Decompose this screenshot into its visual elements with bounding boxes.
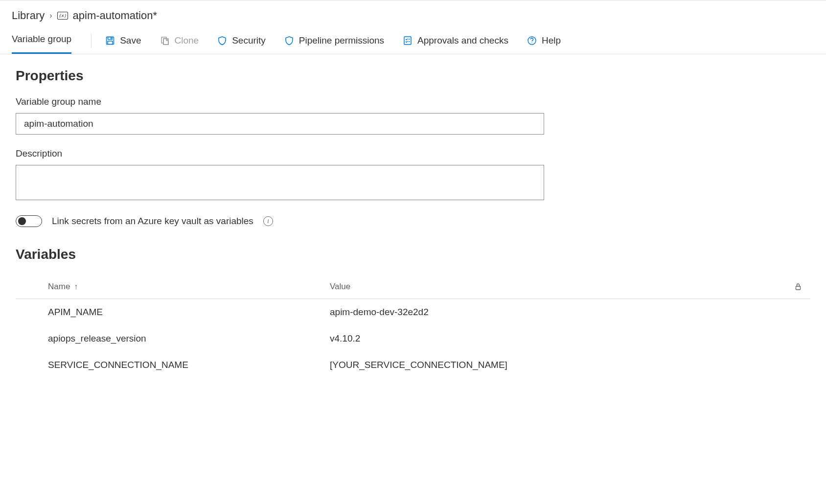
content: Properties Variable group name Descripti… — [0, 54, 826, 392]
cell-name[interactable]: SERVICE_CONNECTION_NAME — [16, 360, 281, 370]
clone-icon — [160, 36, 170, 46]
shield-icon — [217, 36, 227, 46]
column-name-label: Name — [48, 282, 70, 292]
breadcrumb-title: apim-automation* — [73, 9, 157, 22]
info-icon[interactable]: i — [263, 216, 273, 226]
name-input[interactable] — [16, 113, 544, 135]
cell-value[interactable]: v4.10.2 — [281, 333, 786, 344]
field-description: Description — [16, 148, 810, 202]
approvals-checks-label: Approvals and checks — [417, 35, 508, 46]
link-secrets-label: Link secrets from an Azure key vault as … — [52, 216, 253, 227]
save-label: Save — [120, 35, 141, 46]
breadcrumb: Library › apim-automation* — [0, 0, 826, 27]
help-button[interactable]: Help — [527, 35, 561, 46]
column-header-lock — [786, 283, 810, 291]
svg-point-9 — [531, 42, 532, 43]
approvals-checks-button[interactable]: Approvals and checks — [403, 35, 508, 46]
description-input[interactable] — [16, 165, 544, 200]
cell-name[interactable]: APIM_NAME — [16, 307, 281, 318]
toggle-knob — [18, 217, 26, 225]
column-header-value[interactable]: Value — [281, 282, 786, 292]
toolbar-separator — [91, 33, 92, 48]
security-button[interactable]: Security — [217, 35, 266, 46]
chevron-right-icon: › — [49, 11, 52, 20]
breadcrumb-root[interactable]: Library — [12, 9, 45, 22]
toolbar: Variable group Save Clone Security Pipel… — [0, 27, 826, 54]
cell-value[interactable]: apim-demo-dev-32e2d2 — [281, 307, 786, 318]
clone-label: Clone — [175, 35, 199, 46]
help-icon — [527, 36, 537, 46]
table-row[interactable]: APIM_NAMEapim-demo-dev-32e2d2 — [16, 299, 810, 325]
sort-ascending-icon: ↑ — [74, 282, 78, 291]
save-icon — [105, 36, 115, 46]
variables-heading: Variables — [16, 247, 810, 262]
field-name: Variable group name — [16, 96, 810, 135]
link-secrets-row: Link secrets from an Azure key vault as … — [16, 215, 810, 227]
lock-icon — [794, 283, 802, 291]
svg-rect-5 — [404, 37, 411, 45]
variables-table: Name ↑ Value APIM_NAMEapim-demo-dev-32e2… — [16, 275, 810, 378]
cell-value[interactable]: [YOUR_SERVICE_CONNECTION_NAME] — [281, 360, 786, 370]
security-label: Security — [232, 35, 266, 46]
table-header: Name ↑ Value — [16, 275, 810, 299]
table-row[interactable]: apiops_release_versionv4.10.2 — [16, 325, 810, 352]
svg-rect-1 — [108, 37, 113, 39]
svg-rect-10 — [796, 286, 801, 290]
svg-rect-3 — [108, 41, 113, 45]
svg-rect-2 — [111, 37, 112, 39]
column-value-label: Value — [330, 282, 350, 291]
variable-group-icon — [57, 12, 68, 20]
pipeline-permissions-label: Pipeline permissions — [299, 35, 384, 46]
tab-variable-group[interactable]: Variable group — [12, 27, 71, 54]
name-label: Variable group name — [16, 96, 810, 107]
table-row[interactable]: SERVICE_CONNECTION_NAME[YOUR_SERVICE_CON… — [16, 352, 810, 378]
save-button[interactable]: Save — [105, 35, 141, 46]
properties-heading: Properties — [16, 68, 810, 84]
checklist-icon — [403, 36, 413, 46]
shield-icon — [284, 36, 294, 46]
pipeline-permissions-button[interactable]: Pipeline permissions — [284, 35, 384, 46]
link-secrets-toggle[interactable] — [16, 215, 42, 227]
clone-button: Clone — [160, 35, 199, 46]
cell-name[interactable]: apiops_release_version — [16, 333, 281, 344]
column-header-name[interactable]: Name ↑ — [16, 282, 281, 292]
description-label: Description — [16, 148, 810, 159]
help-label: Help — [542, 35, 561, 46]
